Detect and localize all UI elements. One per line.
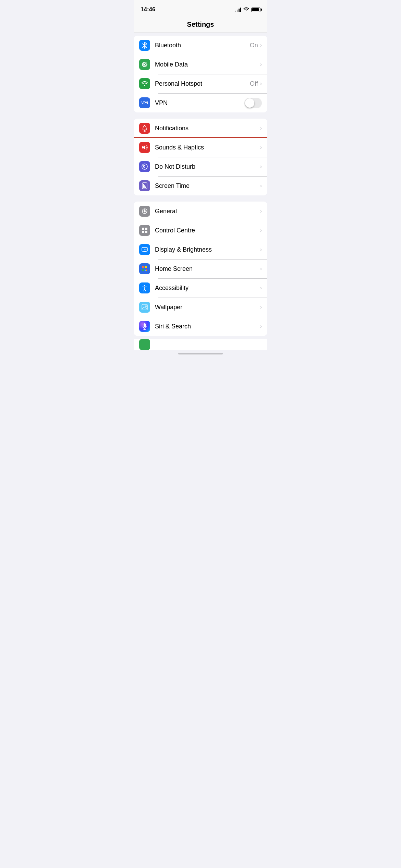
chevron-icon: ›: [260, 183, 262, 189]
vpn-label: VPN: [155, 99, 244, 107]
svg-rect-7: [144, 130, 146, 131]
settings-row-screen-time[interactable]: Screen Time ›: [134, 176, 267, 195]
settings-row-home-screen[interactable]: Home Screen ›: [134, 259, 267, 278]
wifi-icon: [243, 7, 249, 12]
settings-row-notifications[interactable]: Notifications ›: [134, 119, 267, 138]
svg-rect-20: [142, 228, 144, 230]
bluetooth-label: Bluetooth: [155, 42, 250, 49]
settings-row-do-not-disturb[interactable]: Do Not Disturb ›: [134, 157, 267, 176]
settings-row-accessibility[interactable]: Accessibility ›: [134, 278, 267, 298]
accessibility-icon: [139, 282, 150, 293]
control-centre-label: Control Centre: [155, 227, 260, 234]
display-icon: AA: [139, 244, 150, 255]
sounds-haptics-label: Sounds & Haptics: [155, 144, 260, 151]
settings-row-sounds-haptics[interactable]: Sounds & Haptics ›: [134, 138, 267, 157]
home-screen-label: Home Screen: [155, 265, 260, 273]
svg-rect-31: [146, 269, 147, 270]
partial-icon: [139, 339, 150, 350]
notifications-label: Notifications: [155, 125, 260, 132]
settings-row-personal-hotspot[interactable]: Personal Hotspot Off ›: [134, 74, 267, 93]
display-brightness-label: Display & Brightness: [155, 246, 260, 253]
status-bar: 14:46: [134, 0, 267, 17]
svg-rect-9: [142, 146, 143, 148]
system-group: General › Control Centre ›: [134, 202, 267, 336]
siri-search-label: Siri & Search: [155, 323, 260, 330]
settings-row-vpn[interactable]: VPN VPN: [134, 93, 267, 112]
settings-row-display-brightness[interactable]: AA Display & Brightness ›: [134, 240, 267, 259]
alerts-group: Notifications › Sounds & Haptics ›: [134, 119, 267, 195]
status-icons: [235, 7, 260, 12]
svg-rect-33: [146, 270, 147, 271]
wallpaper-label: Wallpaper: [155, 304, 260, 311]
svg-text:AA: AA: [144, 249, 147, 251]
siri-icon: [139, 321, 150, 332]
svg-rect-21: [145, 228, 147, 230]
chevron-icon: ›: [260, 144, 262, 150]
svg-point-15: [144, 210, 146, 212]
svg-rect-30: [145, 269, 146, 270]
svg-rect-11: [143, 185, 145, 188]
mobile-data-label: Mobile Data: [155, 61, 260, 68]
vpn-icon: VPN: [139, 97, 150, 108]
bluetooth-icon: [139, 40, 150, 51]
hotspot-icon: [139, 78, 150, 89]
home-indicator: [134, 350, 267, 357]
svg-rect-32: [145, 270, 146, 271]
connectivity-group: Bluetooth On › Mobile Data ›: [134, 36, 267, 112]
svg-rect-23: [145, 231, 147, 233]
chevron-icon: ›: [260, 323, 262, 329]
settings-row-wallpaper[interactable]: Wallpaper ›: [134, 298, 267, 317]
hotspot-label: Personal Hotspot: [155, 80, 250, 87]
signal-strength-icon: [235, 7, 241, 12]
chevron-icon: ›: [260, 285, 262, 291]
section-gap-2: [134, 195, 267, 202]
home-bar: [178, 353, 223, 354]
svg-rect-27: [142, 266, 144, 268]
settings-row-bluetooth[interactable]: Bluetooth On ›: [134, 36, 267, 55]
wallpaper-icon: [139, 302, 150, 313]
chevron-icon: ›: [260, 227, 262, 233]
general-icon: [139, 206, 150, 217]
chevron-icon: ›: [260, 208, 262, 214]
settings-row-siri-search[interactable]: Siri & Search ›: [134, 317, 267, 336]
svg-point-34: [144, 285, 145, 286]
mobile-data-icon: [139, 59, 150, 70]
screen-time-icon: [139, 180, 150, 191]
control-centre-icon: [139, 225, 150, 236]
notifications-icon: [139, 123, 150, 134]
page-header: Settings: [134, 17, 267, 33]
do-not-disturb-icon: [139, 161, 150, 172]
chevron-icon: ›: [260, 81, 262, 87]
settings-row-mobile-data[interactable]: Mobile Data ›: [134, 55, 267, 74]
page-title: Settings: [187, 21, 214, 28]
partial-row: [134, 339, 267, 350]
status-time: 14:46: [141, 6, 155, 13]
screen-time-label: Screen Time: [155, 182, 260, 190]
svg-point-35: [145, 305, 147, 307]
svg-point-8: [144, 125, 145, 126]
hotspot-value: Off: [250, 80, 258, 87]
section-gap-1: [134, 112, 267, 119]
do-not-disturb-label: Do Not Disturb: [155, 163, 260, 170]
svg-rect-22: [142, 231, 144, 233]
svg-point-2: [144, 64, 145, 65]
vpn-toggle[interactable]: [244, 98, 262, 108]
general-label: General: [155, 208, 260, 215]
settings-row-control-centre[interactable]: Control Centre ›: [134, 221, 267, 240]
bottom-gap: [134, 336, 267, 339]
sounds-icon: [139, 142, 150, 153]
chevron-icon: ›: [260, 304, 262, 310]
settings-row-general[interactable]: General ›: [134, 202, 267, 221]
chevron-icon: ›: [260, 125, 262, 131]
bluetooth-value: On: [250, 42, 258, 49]
svg-rect-28: [145, 266, 147, 268]
svg-rect-29: [142, 269, 144, 271]
home-screen-icon: [139, 263, 150, 274]
chevron-icon: ›: [260, 246, 262, 253]
svg-rect-13: [143, 184, 144, 185]
chevron-icon: ›: [260, 42, 262, 48]
chevron-icon: ›: [260, 164, 262, 170]
accessibility-label: Accessibility: [155, 285, 260, 292]
chevron-icon: ›: [260, 266, 262, 272]
chevron-icon: ›: [260, 61, 262, 68]
